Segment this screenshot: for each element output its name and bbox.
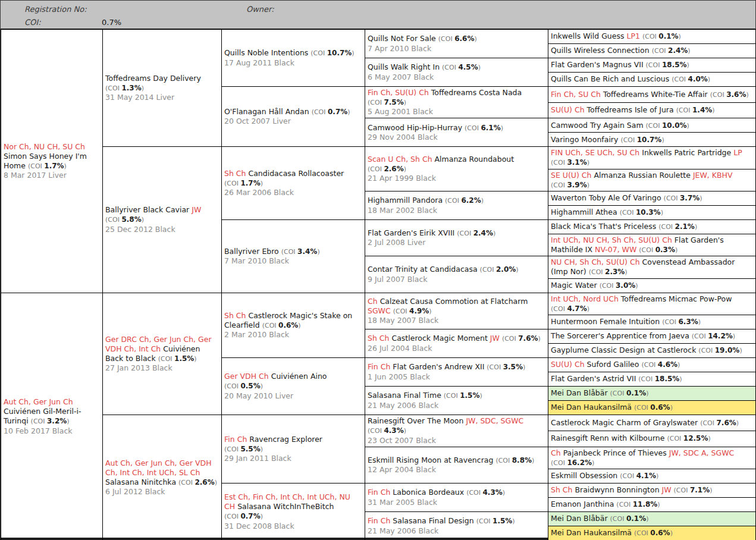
pedigree-cell-gen4-16: Fin Ch Salasana Final Design (COI 1.5%)2…	[365, 511, 548, 540]
pedigree-cell-gen4-11: Fin Ch Flat Garden's Andrew XII (COI 3.5…	[365, 358, 548, 387]
coi-inline: (COI 3.4%)	[281, 248, 320, 256]
dog-name: O'Flanagan Håll Andan	[224, 107, 309, 116]
birth-line: 18 Mar 2002 Black	[368, 206, 545, 215]
coi-inline: (COI 10.0%)	[646, 122, 689, 130]
pedigree-cell-gen4-14: Eskmill Rising Moon at Ravencrag (COI 8.…	[365, 447, 548, 483]
pedigree-cell-gen3-8: Est Ch, Fin Ch, Int Ch, Int UCh, NU CH S…	[222, 483, 365, 540]
coi-inline: (COI 2.1%)	[658, 223, 697, 231]
coi-inline: (COI 4.3%)	[368, 427, 406, 435]
birth-line: 2 Jul 2008 Liver	[368, 238, 545, 247]
dog-name: Salasana Final Design	[393, 516, 473, 525]
pedigree-cell-gen5-1: Inkwells Wild Guess LP1 (COI 0.1%)	[548, 30, 756, 44]
dog-name: Castlerock Magic Moment	[391, 334, 487, 343]
titles-prefix: SU(U) Ch	[551, 360, 585, 369]
birth-line: 7 Mar 2010 Black	[224, 256, 362, 266]
pedigree-cell-gen4-1: Quills Not For Sale (COI 6.6%)7 Apr 2010…	[365, 30, 548, 58]
pedigree-cell-gen3-6: Ger VDH Ch Cuiviénen Aino (COI 0.5%)20 M…	[222, 358, 365, 415]
dog-name: Ballyriver Ebro	[224, 247, 279, 256]
coi-inline: (COI 0.1%)	[610, 515, 649, 523]
coi-inline: (COI 3.2%)	[31, 417, 70, 425]
pedigree-cell-gen5-14: Int UCh, NU CH, Sh Ch, SU(U) Ch Flat Gar…	[548, 234, 756, 256]
pedigree-cell-gen5-20: Gayplume Classic Design at Castlerock (C…	[548, 344, 756, 358]
coi-inline: (COI 4.0%)	[672, 76, 710, 83]
dog-name: Eskmill Rising Moon at Ravencrag	[368, 456, 493, 464]
coi-inline: (COI 0.7%)	[312, 108, 350, 116]
pedigree-cell-gen5-9: FIN UCh, SE UCh, SU Ch Inkwells Patric P…	[548, 147, 756, 169]
birth-line: 26 Jul 2004 Black	[368, 344, 545, 353]
pedigree-row: Ballyriver Black Caviar JW (COI 5.8%)25 …	[1, 147, 756, 169]
coi-inline: (COI 18.5%)	[638, 375, 682, 383]
birth-line: 27 Jan 2013 Black	[105, 363, 219, 373]
pedigree-cell-gen4-6: Highammill Pandora (COI 6.2%)18 Mar 2002…	[365, 191, 548, 220]
coi-inline: (COI 2.4%)	[652, 47, 691, 55]
pedigree-cell-gen5-3: Flat Garden's Magnus VII (COI 18.5%)	[548, 58, 756, 73]
titles-suffix: NV-07, WW	[595, 245, 636, 254]
pedigree-cell-gen4-12: Salasana Final Time (COI 1.5%)21 May 200…	[365, 387, 548, 415]
dog-name: Flat Garden's Magnus VII	[551, 60, 644, 69]
coi-inline: (COI 2.6%)	[368, 165, 406, 173]
pedigree-row: Aut Ch, Ger Jun Ch Cuiviénen Gil-Meril-i…	[1, 293, 756, 315]
pedigree-cell-gen4-8: Contar Trinity at Candidacasa (COI 2.0%)…	[365, 256, 548, 293]
birth-line: 31 Dec 2008 Black	[224, 522, 362, 531]
coi-inline: (COI 1.5%)	[476, 517, 515, 525]
dog-name: Magic Water	[551, 281, 597, 290]
dog-name: Ravencrag Explorer	[249, 435, 322, 444]
coi-inline: (COI 18.5%)	[646, 61, 689, 69]
pedigree-cell-gen5-31: Mei Dan Blåbär (COI 0.1%)	[548, 511, 756, 526]
dog-name: Toffedreams White-Tie Affair	[603, 90, 708, 99]
coi-inline: (COI 4.5%)	[442, 64, 481, 71]
owner-label: Owner:	[246, 5, 274, 14]
coi-inline: (COI 10.7%)	[620, 136, 664, 144]
dog-name: Waverton Toby Ale Of Varingo	[551, 193, 661, 202]
titles-prefix: Scan U Ch, Sh Ch	[368, 155, 432, 164]
birth-line: 21 May 2006 Black	[368, 526, 545, 536]
pedigree-cell-gen1-2: Aut Ch, Ger Jun Ch Cuiviénen Gil-Meril-i…	[1, 293, 103, 540]
dog-name: Toffedreams Isle of Jura	[587, 105, 674, 114]
coi-inline: (COI 6.6%)	[438, 35, 477, 43]
coi-inline: (COI 0.6%)	[262, 322, 301, 329]
coi-inline: (COI 2.3%)	[589, 268, 628, 276]
dog-name: Camwood Try Again Sam	[551, 121, 644, 130]
pedigree-cell-gen2-1: Toffedreams Day Delivery (COI 1.3%)31 Ma…	[103, 30, 222, 147]
titles-prefix: Fin Ch, SU Ch	[551, 90, 601, 99]
pedigree-cell-gen5-17: Int UCh, Nord UCh Toffedreams Micmac Pow…	[548, 293, 756, 315]
coi-inline: (COI 0.6%)	[634, 404, 673, 412]
dog-name: Rainesgift Over The Moon	[368, 416, 463, 425]
dog-name: Almanza Russian Roulette	[594, 171, 690, 180]
pedigree-cell-gen4-9: Ch Calzeat Causa Commotion at Flatcharm …	[365, 293, 548, 329]
coi-inline: (COI 6.3%)	[662, 318, 701, 326]
birth-line: 25 Dec 2012 Black	[105, 225, 219, 234]
titles-prefix: Int UCh, NU CH, Sh Ch, SU(U) Ch	[551, 236, 672, 244]
coi-inline: (COI 2.4%)	[457, 230, 495, 237]
dog-name: Salasana Final Time	[368, 391, 441, 400]
titles-prefix: Ch	[551, 448, 561, 457]
titles-suffix: JW	[192, 205, 201, 214]
coi-inline: (COI 3.9%)	[551, 181, 589, 189]
pedigree-cell-gen5-28: Eskmill Obsession (COI 4.1%)	[548, 469, 756, 483]
pedigree-table-wrapper: Nor Ch, NU CH, SU Ch Simon Says Honey I'…	[1, 29, 755, 540]
registration-no-label: Registration No:	[24, 5, 87, 14]
titles-prefix: Ger VDH Ch	[224, 372, 269, 381]
dog-name: Inkwells Patric Partridge	[642, 148, 731, 157]
titles-suffix: JW	[662, 485, 672, 494]
coi-inline: (COI 6.1%)	[465, 124, 503, 132]
pedigree-cell-gen5-4: Quills Can Be Rich and Luscious (COI 4.0…	[548, 73, 756, 87]
pedigree-row: Aut Ch, Ger Jun Ch, Ger VDH Ch, Int Ch, …	[1, 415, 756, 431]
dog-name: Inkwells Wild Guess	[551, 32, 624, 40]
pedigree-cell-gen5-29: Sh Ch Braidwynn Bonnington JW (COI 7.1%)	[548, 483, 756, 497]
dog-name: Black Mica's That's Priceless	[551, 222, 656, 231]
dog-name: Quills Can Be Rich and Luscious	[551, 74, 669, 83]
titles-prefix: Fin Ch	[224, 435, 247, 444]
titles-suffix: JW, SDC, SGWC	[466, 416, 523, 425]
dog-name: Varingo Moonfairy	[551, 135, 618, 144]
pedigree-cell-gen4-13: Rainesgift Over The Moon JW, SDC, SGWC (…	[365, 415, 548, 447]
titles-prefix: Fin Ch	[368, 362, 390, 371]
titles-prefix: Sh Ch	[551, 485, 572, 494]
titles-suffix: LP1	[626, 32, 639, 40]
pedigree-cell-gen5-27: Ch Pajanbeck Prince of Thieves JW, SDC A…	[548, 447, 756, 469]
birth-line: 9 Jul 2007 Black	[368, 275, 545, 284]
titles-prefix: SU(U) Ch	[551, 105, 585, 114]
birth-line: 1 Jun 2005 Black	[368, 372, 545, 382]
titles-prefix: FIN UCh, SE UCh, SU Ch	[551, 148, 639, 157]
coi-inline: (COI 5.5%)	[224, 445, 263, 453]
